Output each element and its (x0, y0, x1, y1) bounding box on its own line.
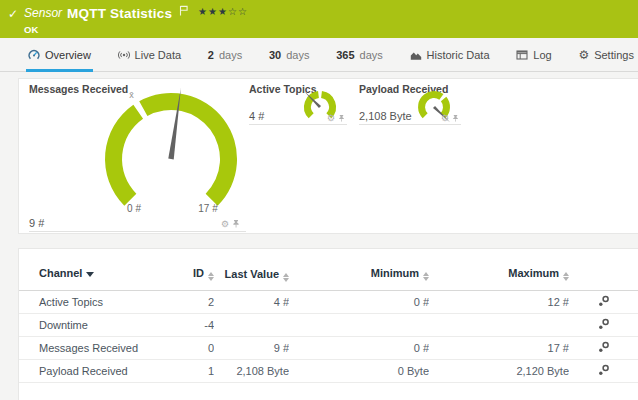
gauge-current-value: 9 # (29, 217, 44, 229)
tab-settings[interactable]: ⚙Settings (576, 40, 636, 72)
cell-minimum (289, 314, 429, 337)
cell-lastvalue: 4 # (214, 291, 289, 314)
tab-label: Live Data (135, 49, 181, 61)
tab-unit: days (219, 49, 242, 61)
cell-id: 2 (169, 291, 214, 314)
tab-number: 30 (269, 49, 281, 61)
channel-settings-icon[interactable] (598, 295, 610, 307)
cell-minimum: 0 Byte (289, 360, 429, 383)
column-header-lastvalue[interactable]: Last Value (214, 255, 289, 291)
cell-maximum (429, 314, 569, 337)
prtg-sensor-page: ✓ Sensor MQTT Statistics ★★★☆☆ OK Overvi… (0, 0, 638, 400)
tab-365-days[interactable]: 365days (334, 40, 385, 72)
column-header-minimum[interactable]: Minimum (289, 255, 429, 291)
sort-both-icon (423, 272, 429, 281)
gauge-current-value: 4 # (249, 110, 264, 122)
tab-label: Settings (594, 49, 634, 61)
cell-maximum: 17 # (429, 337, 569, 360)
column-header-channel[interactable]: Channel (19, 255, 169, 291)
pin-icon[interactable] (232, 219, 240, 229)
cell-id: 1 (169, 360, 214, 383)
table-row: Downtime-4 (19, 314, 638, 337)
gear-icon[interactable]: ⚙ (221, 220, 229, 229)
channel-settings-icon[interactable] (598, 341, 610, 353)
tab-unit: days (360, 49, 383, 61)
messages-received-gauge: x̄ (86, 79, 256, 214)
tab-historic-data[interactable]: Historic Data (408, 40, 492, 72)
gauges-panel: Messages Received x̄ 0 # 17 # 9 # ⚙ Acti… (18, 78, 638, 234)
table-row: Active Topics24 #0 #12 # (19, 291, 638, 314)
gauge-current-value: 2,108 Byte (359, 110, 412, 122)
sort-both-icon (208, 272, 214, 281)
cell-minimum: 0 # (289, 337, 429, 360)
gear-icon[interactable]: ⚙ (327, 114, 335, 123)
mini-gauge-widget-payload-received: Payload Received 2,108 Byte ⚙ (359, 83, 461, 125)
channel-table-panel: ChannelIDLast ValueMinimumMaximum Active… (18, 248, 638, 400)
object-kind-label: Sensor (24, 6, 62, 20)
sensor-header: ✓ Sensor MQTT Statistics ★★★☆☆ OK (0, 0, 638, 38)
column-label: Minimum (371, 267, 419, 279)
cell-lastvalue: 2,108 Byte (214, 360, 289, 383)
cell-id: -4 (169, 314, 214, 337)
table-row: Messages Received09 #0 #17 # (19, 337, 638, 360)
gauge-max-label: 17 # (188, 203, 228, 214)
tab-number: 365 (336, 49, 354, 61)
channel-settings-icon[interactable] (598, 364, 610, 376)
cell-maximum: 2,120 Byte (429, 360, 569, 383)
tab-label: Log (533, 49, 551, 61)
gear-icon[interactable]: ⚙ (441, 114, 449, 123)
page-title: MQTT Statistics (67, 6, 172, 21)
tab-bar: OverviewLive Data2days30days365daysHisto… (0, 40, 638, 72)
flag-icon[interactable] (179, 2, 189, 20)
tab-2-days[interactable]: 2days (206, 40, 244, 72)
cell-minimum: 0 # (289, 291, 429, 314)
column-label: ID (193, 267, 204, 279)
average-marker-label: x̄ (129, 90, 134, 100)
tab-label: Historic Data (427, 49, 490, 61)
tab-label: Overview (45, 49, 91, 61)
tab-unit: days (286, 49, 309, 61)
column-header-actions (569, 255, 638, 291)
gauge-min-label: 0 # (114, 203, 154, 214)
tab-log[interactable]: Log (514, 40, 553, 72)
status-ok-check-icon: ✓ (8, 7, 18, 21)
table-row: Payload Received12,108 Byte0 Byte2,120 B… (19, 360, 638, 383)
sort-both-icon (563, 272, 569, 281)
cell-channel[interactable]: Active Topics (19, 291, 169, 314)
cell-channel[interactable]: Messages Received (19, 337, 169, 360)
priority-stars[interactable]: ★★★☆☆ (198, 6, 248, 17)
cell-lastvalue: 9 # (214, 337, 289, 360)
cell-maximum: 12 # (429, 291, 569, 314)
cell-channel[interactable]: Downtime (19, 314, 169, 337)
cell-channel[interactable]: Payload Received (19, 360, 169, 383)
column-header-id[interactable]: ID (169, 255, 214, 291)
cell-lastvalue (214, 314, 289, 337)
tab-number: 2 (208, 49, 214, 61)
column-label: Channel (39, 267, 82, 279)
sort-both-icon (283, 273, 289, 282)
pin-icon[interactable] (452, 114, 459, 123)
tab-overview[interactable]: Overview (26, 40, 93, 72)
tab-live-data[interactable]: Live Data (116, 40, 183, 72)
gauge-icon (28, 49, 40, 61)
column-label: Last Value (225, 268, 279, 280)
cell-id: 0 (169, 337, 214, 360)
settings-icon: ⚙ (578, 49, 589, 61)
tab-30-days[interactable]: 30days (267, 40, 312, 72)
mini-gauge-widget-active-topics: Active Topics 4 # ⚙ (249, 83, 347, 125)
historic-data-icon (410, 49, 422, 61)
channel-table: ChannelIDLast ValueMinimumMaximum Active… (19, 255, 638, 383)
main-gauge-widget: Messages Received x̄ 0 # 17 # 9 # ⚙ (29, 83, 246, 232)
status-badge: OK (24, 24, 248, 35)
channel-settings-icon[interactable] (598, 318, 610, 330)
sort-desc-icon (86, 272, 94, 277)
column-header-maximum[interactable]: Maximum (429, 255, 569, 291)
live-data-icon (118, 49, 130, 61)
log-icon (516, 49, 528, 61)
pin-icon[interactable] (338, 114, 345, 123)
column-label: Maximum (508, 267, 559, 279)
